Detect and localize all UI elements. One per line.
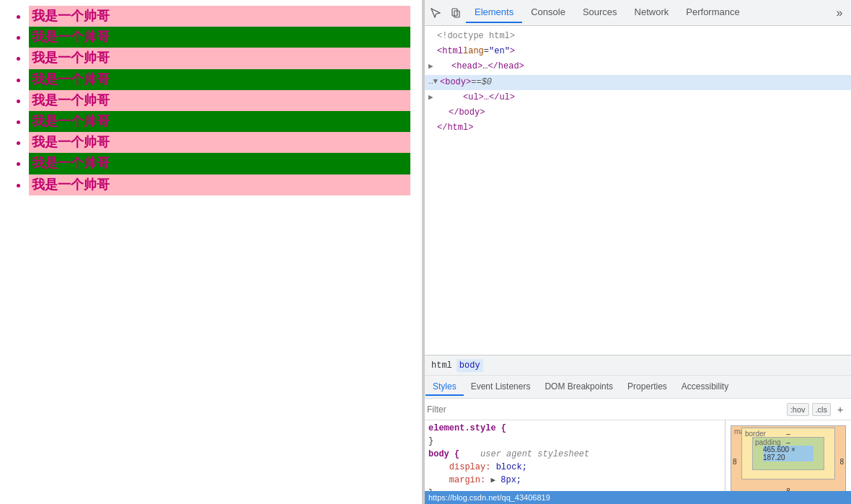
styles-tab-event-listeners[interactable]: Event Listeners	[464, 379, 538, 396]
breadcrumb-item-body[interactable]: body	[457, 359, 483, 372]
dom-tree: <!doctype html><html lang="en">▶<head>…<…	[423, 26, 851, 355]
list-item: 我是一个帅哥	[29, 6, 410, 27]
list-item: 我是一个帅哥	[29, 90, 410, 111]
devtools-pane: ElementsConsoleSourcesNetworkPerformance…	[422, 0, 851, 504]
cls-button[interactable]: .cls	[812, 403, 832, 416]
devtools-tab-sources[interactable]: Sources	[574, 2, 626, 23]
dom-line: ▶<ul>…</ul>	[423, 90, 851, 105]
devtools-tab-console[interactable]: Console	[522, 2, 574, 23]
status-bar-text: https://blog.csdn.net/qq_43406819	[428, 493, 550, 502]
add-style-button[interactable]: +	[834, 403, 847, 416]
list-container: 我是一个帅哥我是一个帅哥我是一个帅哥我是一个帅哥我是一个帅哥我是一个帅哥我是一个…	[0, 0, 422, 201]
filter-bar: :hov .cls +	[423, 399, 851, 420]
styles-tab-accessibility[interactable]: Accessibility	[674, 379, 736, 396]
list-item: 我是一个帅哥	[29, 48, 410, 68]
padding-value: –	[786, 438, 790, 446]
dom-line[interactable]: …▼<body> == $0	[423, 75, 851, 90]
resize-handle[interactable]	[422, 0, 425, 504]
devtools-tab-network[interactable]: Network	[626, 2, 678, 23]
inspect-icon[interactable]	[426, 3, 446, 23]
browser-preview-pane: 我是一个帅哥我是一个帅哥我是一个帅哥我是一个帅哥我是一个帅哥我是一个帅哥我是一个…	[0, 0, 422, 504]
element-breadcrumb: htmlbody	[423, 355, 851, 376]
devtools-main-tabs: ElementsConsoleSourcesNetworkPerformance	[466, 2, 831, 23]
dom-line: <!doctype html>	[423, 29, 851, 44]
dom-line: </html>	[423, 120, 851, 136]
filter-input[interactable]	[427, 404, 784, 415]
margin-left-value: 8	[733, 457, 737, 465]
padding-box: padding – 465.600 × 187.20	[752, 437, 824, 470]
breadcrumb-item-html[interactable]: html	[428, 359, 455, 372]
content-box: 465.600 × 187.20	[763, 446, 813, 461]
padding-label: padding	[755, 438, 781, 446]
styles-tab-styles[interactable]: Styles	[426, 379, 464, 396]
devtools-toolbar: ElementsConsoleSourcesNetworkPerformance…	[423, 0, 851, 26]
margin-right-value: 8	[839, 457, 844, 465]
list-item: 我是一个帅哥	[29, 69, 410, 90]
status-bar: https://blog.csdn.net/qq_43406819	[423, 491, 851, 504]
hov-button[interactable]: :hov	[787, 403, 809, 416]
border-box: border – padding – 465.600 × 187.20	[741, 428, 835, 479]
devtools-tab-elements[interactable]: Elements	[466, 2, 522, 23]
dom-line: ▶<head>…</head>	[423, 59, 851, 74]
styles-tabs: StylesEvent ListenersDOM BreakpointsProp…	[423, 376, 851, 399]
list-item: 我是一个帅哥	[29, 153, 410, 174]
margin-box: margin 8 8 8 8 border – padding – 465.60…	[731, 425, 846, 498]
list-item: 我是一个帅哥	[29, 27, 410, 48]
dom-line: </body>	[423, 105, 851, 120]
devtools-tab-performance[interactable]: Performance	[677, 2, 748, 23]
devtools-bottom: htmlbody StylesEvent ListenersDOM Breakp…	[423, 355, 851, 504]
device-toggle-icon[interactable]	[446, 3, 466, 23]
preview-list: 我是一个帅哥我是一个帅哥我是一个帅哥我是一个帅哥我是一个帅哥我是一个帅哥我是一个…	[12, 6, 410, 195]
list-item: 我是一个帅哥	[29, 174, 410, 195]
styles-tab-properties[interactable]: Properties	[620, 379, 674, 396]
styles-tab-dom-breakpoints[interactable]: DOM Breakpoints	[537, 379, 620, 396]
more-tabs-icon[interactable]: »	[831, 4, 848, 22]
dom-line: <html lang="en">	[423, 44, 851, 59]
list-item: 我是一个帅哥	[29, 132, 410, 153]
list-item: 我是一个帅哥	[29, 111, 410, 132]
